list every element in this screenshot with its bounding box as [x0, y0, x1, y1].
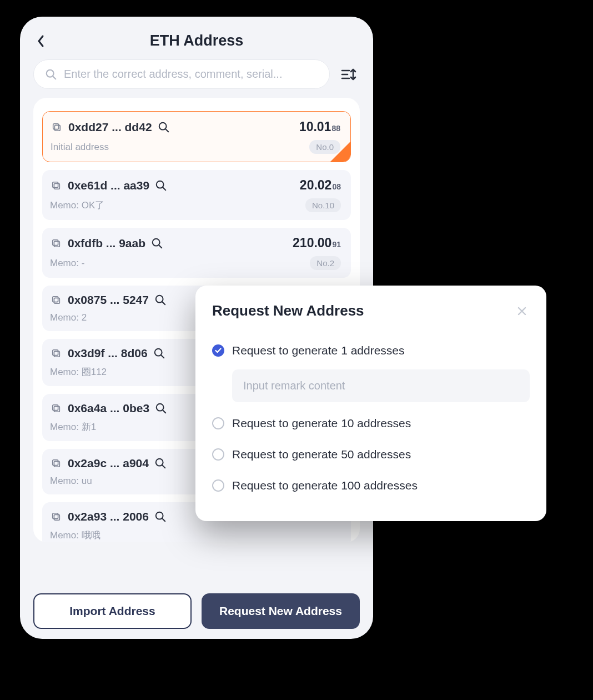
copy-icon[interactable]: [51, 121, 63, 133]
back-button[interactable]: [33, 33, 49, 49]
svg-rect-22: [53, 350, 58, 356]
remark-field[interactable]: [232, 369, 530, 402]
address-text: 0x2a9c ... a904: [68, 457, 149, 470]
svg-rect-29: [54, 461, 59, 467]
serial-badge: No.10: [305, 198, 341, 212]
copy-icon[interactable]: [50, 294, 62, 306]
magnifier-icon[interactable]: [158, 121, 170, 133]
svg-line-24: [161, 356, 164, 358]
copy-icon[interactable]: [50, 237, 62, 249]
magnifier-icon[interactable]: [154, 294, 167, 306]
address-text: 0x2a93 ... 2006: [68, 510, 149, 523]
memo-text: Memo: 新1: [50, 421, 96, 433]
svg-line-36: [163, 519, 165, 522]
radio-icon: [212, 417, 224, 429]
svg-line-20: [163, 302, 165, 305]
svg-line-16: [159, 245, 162, 248]
address-text: 0xfdfb ... 9aab: [68, 237, 145, 250]
address-row[interactable]: 0xfdfb ... 9aab 210.0091 Memo: - No.2: [42, 228, 351, 278]
modal-title: Request New Address: [212, 302, 364, 319]
svg-rect-21: [54, 351, 59, 357]
radio-icon: [212, 448, 224, 461]
svg-rect-18: [53, 297, 58, 302]
radio-icon: [212, 344, 224, 357]
balance: 210.0091: [293, 236, 341, 251]
search-box[interactable]: [33, 59, 330, 89]
chevron-left-icon: [37, 34, 46, 48]
address-text: 0xdd27 ... dd42: [68, 121, 152, 134]
svg-point-7: [159, 122, 166, 129]
memo-text: Memo: OK了: [50, 199, 104, 212]
balance: 20.0208: [300, 178, 341, 193]
copy-icon[interactable]: [50, 347, 62, 359]
magnifier-icon[interactable]: [154, 511, 167, 523]
request-new-address-button[interactable]: Request New Address: [202, 593, 360, 629]
magnifier-icon[interactable]: [154, 457, 167, 469]
svg-rect-33: [54, 514, 59, 520]
close-icon: [516, 306, 527, 317]
svg-point-27: [157, 404, 164, 411]
svg-rect-6: [53, 123, 59, 129]
svg-line-28: [163, 411, 166, 413]
svg-line-32: [163, 466, 165, 468]
address-text: 0x6a4a ... 0be3: [68, 402, 149, 415]
option-label: Request to generate 100 addresses: [232, 479, 418, 492]
copy-icon[interactable]: [50, 179, 62, 192]
option-label: Request to generate 50 addresses: [232, 448, 411, 461]
svg-line-12: [163, 187, 166, 190]
footer: Import Address Request New Address: [20, 593, 373, 629]
address-row[interactable]: 0xdd27 ... dd42 10.0188 Initial address …: [42, 111, 351, 162]
svg-point-11: [157, 181, 164, 188]
header: ETH Address: [20, 17, 373, 59]
svg-rect-30: [53, 460, 58, 466]
address-text: 0x3d9f ... 8d06: [68, 347, 148, 360]
memo-text: Memo: -: [50, 258, 84, 269]
generate-option[interactable]: Request to generate 100 addresses: [212, 470, 530, 501]
search-icon: [45, 68, 57, 81]
generate-option[interactable]: Request to generate 1 addresses: [212, 335, 530, 366]
memo-text: Memo: 圈112: [50, 366, 107, 378]
radio-icon: [212, 479, 224, 492]
sort-button[interactable]: [338, 63, 360, 86]
memo-text: Memo: 哦哦: [50, 529, 100, 542]
magnifier-icon[interactable]: [153, 347, 165, 359]
svg-rect-5: [54, 125, 60, 131]
svg-rect-25: [54, 406, 59, 412]
search-row: [20, 59, 373, 98]
generate-option[interactable]: Request to generate 50 addresses: [212, 439, 530, 470]
generate-option[interactable]: Request to generate 10 addresses: [212, 408, 530, 439]
svg-point-0: [47, 69, 54, 77]
copy-icon[interactable]: [50, 511, 62, 523]
request-new-address-modal: Request New Address Request to generate …: [195, 286, 546, 521]
svg-rect-13: [54, 241, 59, 247]
svg-point-23: [154, 349, 162, 356]
svg-rect-10: [53, 182, 58, 187]
svg-rect-17: [54, 298, 59, 303]
page-title: ETH Address: [49, 32, 344, 49]
svg-point-19: [156, 296, 163, 303]
svg-point-35: [156, 512, 163, 519]
serial-badge: No.0: [309, 140, 340, 154]
copy-icon[interactable]: [50, 457, 62, 469]
close-button[interactable]: [514, 303, 530, 319]
search-input[interactable]: [64, 68, 318, 81]
address-text: 0x0875 ... 5247: [68, 293, 149, 307]
magnifier-icon[interactable]: [155, 179, 167, 192]
address-text: 0xe61d ... aa39: [68, 179, 149, 192]
sort-icon: [340, 67, 357, 82]
memo-text: Memo: uu: [50, 476, 92, 487]
memo-text: Memo: 2: [50, 312, 87, 323]
svg-point-31: [156, 459, 163, 466]
modal-options: Request to generate 1 addresses Request …: [212, 335, 530, 501]
address-row[interactable]: 0xe61d ... aa39 20.0208 Memo: OK了 No.10: [42, 170, 351, 220]
memo-text: Initial address: [51, 142, 109, 153]
serial-badge: No.2: [310, 256, 341, 270]
magnifier-icon[interactable]: [151, 237, 163, 249]
option-label: Request to generate 1 addresses: [232, 344, 405, 357]
remark-input[interactable]: [243, 379, 519, 392]
magnifier-icon[interactable]: [155, 402, 167, 414]
svg-rect-14: [53, 239, 58, 245]
import-address-button[interactable]: Import Address: [33, 593, 192, 629]
copy-icon[interactable]: [50, 402, 62, 414]
svg-rect-34: [53, 513, 58, 519]
